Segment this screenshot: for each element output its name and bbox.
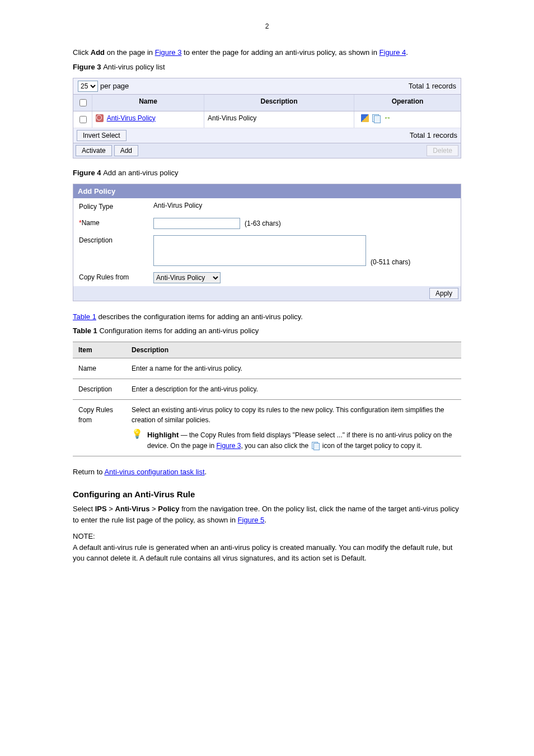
page-number: 2	[73, 22, 461, 30]
copy-icon[interactable]	[372, 114, 380, 122]
row-op-cell	[354, 111, 461, 128]
delete-button[interactable]: Delete	[427, 145, 458, 156]
name-hint: (1-63 chars)	[245, 220, 281, 227]
add-policy-header: Add Policy	[73, 184, 461, 198]
figure4-caption-prefix: Figure 4	[73, 169, 103, 177]
return-footnote: Return to Anti-virus configuration task …	[73, 466, 461, 478]
add-word: Add	[91, 48, 105, 57]
policy-name-link[interactable]: Anti-Virus Policy	[107, 114, 156, 122]
description-hint: (0-511 chars)	[371, 258, 410, 266]
figure4-caption-text: Add an anti-virus policy	[103, 169, 178, 177]
name-label: *Name	[73, 215, 149, 231]
invert-select-button[interactable]: Invert Select	[77, 130, 127, 141]
note-label: NOTE:	[73, 531, 461, 542]
figure4-box: Add Policy Policy Type Anti-Virus Policy…	[73, 184, 461, 301]
highlight-line-c: icon of the target policy to copy it.	[322, 442, 422, 450]
checkbox-header	[73, 95, 92, 111]
description-row: Description (0-511 chars)	[73, 232, 461, 269]
return-prefix: Return to	[73, 468, 104, 476]
apply-button[interactable]: Apply	[429, 288, 458, 299]
rule-paragraph: Select IPS > Anti-Virus > Policy from th…	[73, 503, 461, 525]
section-title: Configuring an Anti-Virus Rule	[73, 489, 461, 499]
figure3-caption-prefix: Figure 3	[73, 63, 103, 71]
return-link[interactable]: Anti-virus configuration task list	[104, 468, 204, 476]
table-row: Name Enter a name for the anti-virus pol…	[73, 358, 461, 379]
table1-intro: Table 1 describes the configuration item…	[73, 311, 461, 323]
table1-link[interactable]: Table 1	[73, 312, 96, 321]
policy-type-value: Anti-Virus Policy	[149, 199, 461, 212]
highlight-line-b: , you can also click the	[241, 442, 310, 450]
intro-text-a: Click	[73, 48, 91, 57]
rule-p1-end: .	[264, 516, 266, 524]
perpage-group: 25 per page	[78, 81, 129, 92]
figure5-link[interactable]: Figure 5	[238, 516, 265, 524]
note-body: A default anti-virus rule is generated w…	[73, 542, 461, 564]
table-row: Anti-Virus Policy Anti-Virus Policy	[73, 111, 461, 128]
rule-p1e: >	[149, 505, 158, 513]
intro-text-end: .	[406, 48, 408, 57]
add-button[interactable]: Add	[114, 145, 138, 156]
description-label: Description	[73, 232, 149, 248]
rule-av: Anti-Virus	[115, 505, 150, 513]
apply-bar: Apply	[73, 286, 461, 301]
conf-r2-item: Description	[73, 379, 126, 400]
total-records-bottom: Total 1 records	[410, 131, 457, 139]
table1-caption-prefix: Table 1	[73, 326, 99, 335]
row-checkbox[interactable]	[79, 116, 87, 123]
perpage-select[interactable]: 25	[78, 81, 98, 92]
conf-th-item: Item	[73, 342, 126, 358]
select-all-checkbox[interactable]	[79, 99, 87, 106]
total-records-top: Total 1 records	[409, 82, 456, 90]
table1-caption: Table 1 Configuration items for adding a…	[73, 326, 461, 335]
row-checkbox-cell	[73, 111, 92, 128]
figure4-link[interactable]: Figure 4	[380, 48, 406, 57]
figure3-box: 25 per page Total 1 records Name Descrip…	[73, 78, 461, 158]
conf-th-desc: Description	[126, 342, 461, 358]
list-toolbar: 25 per page Total 1 records	[73, 78, 461, 95]
table1-intro-rest: describes the configuration items for ad…	[96, 312, 303, 321]
note-block: NOTE: A default anti-virus rule is gener…	[73, 531, 461, 564]
figure3-caption-text: Anti-virus policy list	[103, 63, 165, 71]
name-input[interactable]	[153, 218, 240, 229]
figure3-caption: Figure 3 Anti-virus policy list	[73, 63, 461, 71]
bulb-icon	[132, 430, 143, 438]
rule-policy: Policy	[158, 505, 179, 513]
highlight-box: Highlight — the Copy Rules from field di…	[132, 430, 456, 451]
rule-ips: IPS	[95, 505, 107, 513]
policy-type-row: Policy Type Anti-Virus Policy	[73, 198, 461, 214]
intro-paragraph: Click Add on the page in Figure 3 to ent…	[73, 47, 461, 58]
policy-icon	[96, 114, 104, 122]
table-row: Description Enter a description for the …	[73, 379, 461, 400]
rule-p1a: Select	[73, 505, 95, 513]
description-header: Description	[204, 95, 354, 111]
figure3-link[interactable]: Figure 3	[155, 48, 182, 57]
name-header: Name	[92, 95, 204, 111]
perpage-label: per page	[100, 82, 129, 90]
intro-text-c: to enter the page for adding an anti-vir…	[181, 48, 379, 57]
highlight-label: Highlight	[147, 431, 179, 439]
conf-r3-desc: Select an existing anti-virus policy to …	[126, 400, 461, 456]
description-textarea[interactable]	[153, 235, 366, 266]
conf-r3-item: Copy Rules from	[73, 400, 126, 456]
row-desc-cell: Anti-Virus Policy	[204, 111, 354, 128]
conf-r2-desc: Enter a description for the anti-virus p…	[126, 379, 461, 400]
edit-icon[interactable]	[361, 114, 369, 122]
move-icon[interactable]	[383, 114, 391, 122]
figure3-link-inline[interactable]: Figure 3	[216, 442, 241, 450]
conf-r1-item: Name	[73, 358, 126, 379]
copy-icon	[312, 442, 320, 450]
operation-header: Operation	[354, 95, 461, 111]
intro-text-b: on the page in	[105, 48, 155, 57]
name-row: *Name (1-63 chars)	[73, 214, 461, 232]
table1-caption-text: Configuration items for adding an anti-v…	[99, 326, 259, 335]
config-table: Item Description Name Enter a name for t…	[73, 342, 461, 456]
return-end: .	[205, 468, 207, 476]
conf-r3-line1: Select an existing anti-virus policy to …	[132, 405, 456, 425]
copy-rules-select[interactable]: Anti-Virus Policy	[153, 272, 221, 283]
copy-rules-label: Copy Rules from	[73, 269, 149, 285]
rule-p1c: >	[107, 505, 115, 513]
action-bar: Activate Add Delete	[73, 143, 461, 158]
row-name-cell: Anti-Virus Policy	[92, 111, 204, 128]
table-row: Copy Rules from Select an existing anti-…	[73, 400, 461, 456]
activate-button[interactable]: Activate	[76, 145, 112, 156]
